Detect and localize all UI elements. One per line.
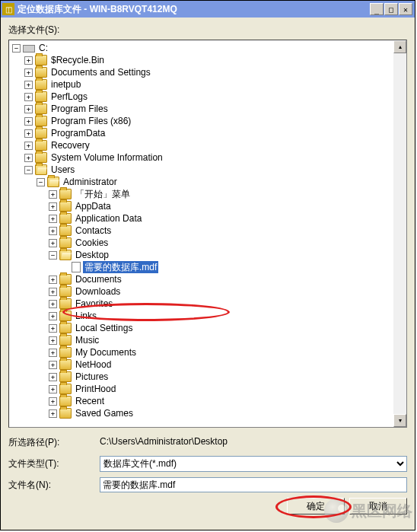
select-file-label: 选择文件(S): — [8, 24, 407, 37]
path-label: 所选路径(P): — [8, 436, 100, 449]
expander-plus-icon[interactable]: + — [24, 117, 33, 126]
maximize-button[interactable]: □ — [384, 3, 398, 15]
expander-plus-icon[interactable]: + — [49, 409, 57, 418]
expander-plus-icon[interactable]: + — [24, 68, 33, 77]
tree-item[interactable]: Links — [74, 310, 98, 322]
close-button[interactable]: ✕ — [399, 3, 412, 15]
expander-plus-icon[interactable]: + — [49, 239, 57, 247]
expander-plus-icon[interactable]: + — [24, 142, 33, 150]
tree-item[interactable]: NetHood — [74, 358, 113, 371]
scroll-track[interactable] — [393, 53, 406, 414]
minimize-button[interactable]: _ — [370, 3, 384, 15]
tree-item[interactable]: PrintHood — [74, 383, 117, 395]
expander-plus-icon[interactable]: + — [49, 349, 57, 357]
expander-plus-icon[interactable]: + — [49, 288, 57, 296]
expander-plus-icon[interactable]: + — [49, 361, 57, 369]
app-icon: ◫ — [2, 3, 14, 15]
tree-item[interactable]: System Volume Information — [49, 151, 164, 164]
expander-plus-icon[interactable]: + — [49, 227, 57, 235]
tree-item[interactable]: Music — [74, 334, 100, 346]
expander-plus-icon[interactable]: + — [49, 312, 57, 320]
expander-plus-icon[interactable]: + — [24, 105, 33, 113]
folder-icon — [35, 128, 47, 139]
tree-item[interactable]: My Documents — [74, 346, 138, 358]
tree-node-c[interactable]: C: — [37, 42, 49, 54]
tree-item[interactable]: AppData — [74, 200, 113, 212]
folder-icon — [59, 286, 72, 297]
tree-item[interactable]: Program Files (x86) — [49, 115, 132, 127]
folder-icon — [59, 335, 72, 346]
folder-icon — [35, 79, 47, 90]
tree-item[interactable]: Application Data — [74, 212, 143, 225]
folder-icon — [59, 298, 72, 309]
tree-item[interactable]: Recovery — [49, 139, 91, 151]
expander-plus-icon[interactable]: + — [24, 154, 33, 162]
tree-item[interactable]: Administrator — [62, 176, 119, 188]
folder-icon — [59, 201, 72, 212]
expander-plus-icon[interactable]: + — [49, 385, 57, 393]
file-type-select[interactable]: 数据库文件(*.mdf) — [100, 456, 407, 472]
expander-plus-icon[interactable]: + — [49, 190, 57, 199]
tree-item[interactable]: Pictures — [74, 371, 110, 383]
expander-plus-icon[interactable]: + — [24, 93, 33, 101]
scroll-up-icon[interactable]: ▴ — [393, 40, 406, 53]
folder-icon — [59, 237, 72, 248]
tree-item[interactable]: 「开始」菜单 — [74, 188, 132, 200]
tree-item[interactable]: PerfLogs — [49, 91, 89, 103]
file-icon — [72, 262, 81, 272]
tree-item[interactable]: Local Settings — [74, 322, 134, 334]
ok-button[interactable]: 确定 — [287, 498, 345, 514]
tree-item[interactable]: Program Files — [49, 103, 110, 115]
tree-item[interactable]: Users — [49, 164, 76, 176]
expander-plus-icon[interactable]: + — [49, 202, 57, 211]
folder-icon — [35, 140, 47, 151]
tree-item[interactable]: Documents — [74, 273, 123, 285]
tree-item[interactable]: Favorites — [74, 298, 114, 310]
expander-minus-icon[interactable]: − — [24, 166, 33, 174]
expander-plus-icon[interactable]: + — [24, 81, 33, 89]
path-value: C:\Users\Administrator\Desktop — [100, 436, 407, 448]
tree-item[interactable]: inetpub — [49, 78, 82, 91]
expander-plus-icon[interactable]: + — [24, 56, 33, 65]
folder-icon — [59, 213, 72, 224]
cancel-button[interactable]: 取消 — [349, 498, 407, 514]
tree-item[interactable]: ProgramData — [49, 127, 107, 139]
folder-icon — [59, 347, 72, 358]
expander-plus-icon[interactable]: + — [49, 336, 57, 345]
expander-plus-icon[interactable]: + — [49, 300, 57, 308]
folder-icon — [59, 359, 72, 370]
tree-item[interactable]: Cookies — [74, 237, 110, 249]
tree-item[interactable]: Downloads — [74, 285, 122, 298]
expander-plus-icon[interactable]: + — [24, 129, 33, 138]
folder-icon — [35, 104, 47, 114]
expander-plus-icon[interactable]: + — [49, 324, 57, 333]
tree-item[interactable]: Saved Games — [74, 407, 135, 419]
folder-icon — [35, 55, 47, 65]
scroll-down-icon[interactable]: ▾ — [393, 414, 406, 427]
scrollbar[interactable]: ▴ ▾ — [393, 40, 406, 427]
tree-item[interactable]: $Recycle.Bin — [49, 54, 106, 66]
file-tree[interactable]: − C: +$Recycle.Bin+Documents and Setting… — [8, 40, 407, 428]
folder-icon — [35, 152, 47, 163]
tree-item[interactable]: Contacts — [74, 225, 113, 237]
folder-icon — [35, 116, 47, 126]
tree-item[interactable]: 需要的数据库.mdf — [83, 261, 158, 273]
expander-minus-icon[interactable]: − — [12, 44, 21, 53]
tree-item[interactable]: Recent — [74, 395, 106, 407]
type-label: 文件类型(T): — [8, 457, 100, 470]
tree-item[interactable]: Desktop — [74, 249, 110, 261]
window-title: 定位数据库文件 - WIN-B8RVQT412MQ — [18, 3, 370, 16]
expander-minus-icon[interactable]: − — [37, 178, 45, 186]
tree-item[interactable]: Documents and Settings — [49, 66, 152, 78]
expander-plus-icon[interactable]: + — [49, 215, 57, 223]
drive-icon — [23, 45, 35, 53]
file-name-input[interactable] — [100, 477, 407, 492]
folder-icon — [59, 408, 72, 419]
expander-plus-icon[interactable]: + — [49, 276, 57, 284]
name-label: 文件名(N): — [8, 479, 100, 492]
expander-plus-icon[interactable]: + — [49, 373, 57, 381]
expander-minus-icon[interactable]: − — [49, 251, 57, 260]
expander-plus-icon[interactable]: + — [49, 397, 57, 406]
dialog-window: ◫ 定位数据库文件 - WIN-B8RVQT412MQ _ □ ✕ 选择文件(S… — [0, 0, 415, 530]
folder-icon — [59, 311, 72, 321]
